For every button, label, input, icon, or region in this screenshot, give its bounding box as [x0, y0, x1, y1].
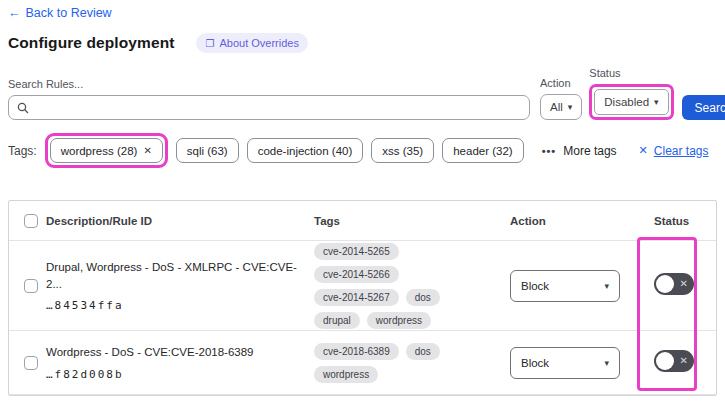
- search-rules-group: Search Rules...: [8, 78, 530, 120]
- rule-tag-pill: drupal: [314, 312, 360, 329]
- action-filter-group: Action All ▾: [540, 77, 582, 120]
- row-checkbox[interactable]: [24, 356, 38, 370]
- rule-tag-pill: cve-2014-5265: [314, 243, 399, 260]
- filter-row: Search Rules... Action All ▾ Status Disa…: [8, 67, 717, 120]
- toggle-knob: [656, 275, 674, 293]
- search-rules-input[interactable]: [35, 101, 521, 115]
- page-title: Configure deployment: [8, 34, 174, 52]
- clear-icon: ✕: [639, 144, 648, 157]
- status-toggle-off[interactable]: ✕: [654, 273, 694, 295]
- status-filter-dropdown[interactable]: Disabled ▾: [594, 89, 668, 115]
- chevron-down-icon: ▾: [568, 102, 573, 112]
- tags-label: Tags:: [8, 144, 37, 158]
- rule-id: …f82d008b: [46, 368, 306, 381]
- clear-tags-button[interactable]: ✕ Clear tags: [639, 144, 709, 158]
- rule-tag-pill: cve-2018-6389: [314, 343, 399, 360]
- action-value: Block: [521, 357, 549, 369]
- status-toggle-off[interactable]: ✕: [654, 350, 694, 372]
- rule-id: …84534ffa: [46, 299, 306, 312]
- action-filter-label: Action: [540, 77, 582, 89]
- status-filter-highlight: Disabled ▾: [589, 84, 673, 120]
- action-dropdown[interactable]: Block ▾: [510, 270, 620, 302]
- configure-deployment-page: ← Back to Review Configure deployment ❐ …: [0, 0, 725, 396]
- toggle-x-icon: ✕: [680, 356, 688, 366]
- rule-description: Wordpress - DoS - CVE:CVE-2018-6389: [46, 344, 306, 360]
- remove-tag-icon[interactable]: ✕: [143, 145, 151, 156]
- tag-chip-xss[interactable]: xss (35): [371, 138, 434, 163]
- toggle-x-icon: ✕: [680, 279, 688, 289]
- col-header-action: Action: [496, 215, 646, 227]
- tag-chip-wordpress[interactable]: wordpress (28) ✕: [50, 138, 163, 163]
- rule-tag-pill: cve-2014-5266: [314, 266, 399, 283]
- rule-tag-pill: wordpress: [314, 366, 378, 383]
- tags-bar: Tags: wordpress (28) ✕ sqli (63) code-in…: [8, 133, 717, 168]
- action-dropdown[interactable]: Block ▾: [510, 347, 620, 379]
- action-filter-value: All: [550, 101, 563, 113]
- chevron-down-icon: ▾: [654, 97, 659, 107]
- status-filter-group: Status Disabled ▾: [589, 67, 673, 120]
- about-overrides-badge[interactable]: ❐ About Overrides: [196, 33, 307, 53]
- rule-description: Drupal, Wordpress - DoS - XMLRPC - CVE:C…: [46, 259, 306, 291]
- table-row: Drupal, Wordpress - DoS - XMLRPC - CVE:C…: [9, 241, 716, 331]
- table-header-row: Description/Rule ID Tags Action Status: [9, 201, 716, 241]
- about-overrides-label: About Overrides: [219, 37, 298, 49]
- tag-chip-label: wordpress (28): [61, 145, 138, 157]
- tag-chip-sqli[interactable]: sqli (63): [176, 138, 239, 163]
- more-tags-button[interactable]: ••• More tags: [542, 144, 617, 158]
- title-row: Configure deployment ❐ About Overrides: [8, 33, 717, 53]
- action-filter-dropdown[interactable]: All ▾: [540, 94, 582, 120]
- clear-tags-label: Clear tags: [654, 144, 709, 158]
- search-icon: [17, 102, 29, 114]
- search-rules-label: Search Rules...: [8, 78, 530, 90]
- more-tags-label: More tags: [563, 144, 616, 158]
- table-row: Wordpress - DoS - CVE:CVE-2018-6389 …f82…: [9, 331, 716, 395]
- search-button[interactable]: Search: [682, 95, 725, 120]
- chevron-down-icon: ▾: [604, 358, 609, 368]
- selected-tag-highlight: wordpress (28) ✕: [45, 133, 168, 168]
- action-value: Block: [521, 280, 549, 292]
- col-header-description: Description/Rule ID: [38, 215, 306, 227]
- rules-table: Description/Rule ID Tags Action Status D…: [8, 200, 717, 396]
- row-checkbox[interactable]: [24, 279, 38, 293]
- rule-tag-pill: cve-2014-5267: [314, 289, 399, 306]
- back-to-review-link[interactable]: ← Back to Review: [8, 6, 112, 20]
- chevron-down-icon: ▾: [604, 281, 609, 291]
- status-filter-label: Status: [589, 67, 673, 79]
- col-header-tags: Tags: [306, 215, 496, 227]
- search-rules-box[interactable]: [8, 95, 530, 120]
- back-arrow-icon: ←: [8, 6, 21, 20]
- tag-chip-header[interactable]: header (32): [442, 138, 523, 163]
- back-link-label: Back to Review: [26, 6, 112, 20]
- select-all-checkbox[interactable]: [24, 214, 38, 228]
- ellipsis-icon: •••: [542, 145, 557, 157]
- rule-tag-pill: dos: [406, 343, 440, 360]
- rule-tag-pill: dos: [406, 289, 440, 306]
- rule-tags: cve-2018-6389doswordpress: [314, 343, 496, 383]
- toggle-knob: [656, 352, 674, 370]
- rule-tag-pill: wordpress: [367, 312, 431, 329]
- status-filter-value: Disabled: [604, 96, 649, 108]
- doc-icon: ❐: [205, 38, 214, 49]
- tag-chip-code-injection[interactable]: code-injection (40): [247, 138, 364, 163]
- rule-tags: cve-2014-5265cve-2014-5266cve-2014-5267d…: [314, 243, 496, 329]
- col-header-status: Status: [646, 215, 716, 227]
